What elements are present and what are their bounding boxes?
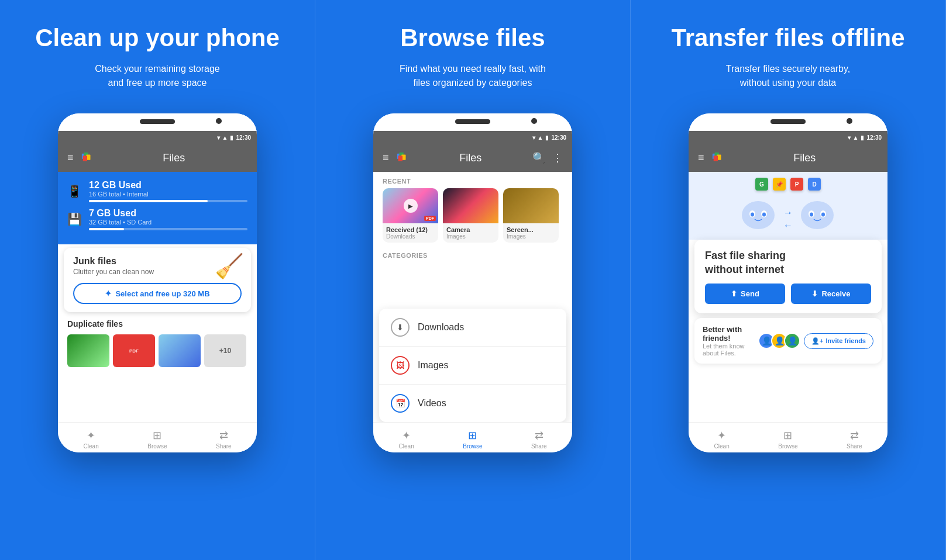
dup-more: +10 (204, 334, 246, 367)
receive-label: Receive (821, 289, 850, 298)
sd-storage-icon: 💾 (67, 212, 82, 226)
panel-clean: Clean up your phone Check your remaining… (0, 0, 315, 560)
panel-2-title: Browse files (400, 23, 545, 53)
receive-button[interactable]: ⬇ Receive (791, 284, 871, 304)
svg-point-12 (742, 201, 775, 229)
phone-3-bezel (689, 113, 887, 131)
clean-nav-icon-2: ✦ (402, 429, 411, 442)
share-nav-label-1: Share (216, 443, 232, 450)
battery-icon: ▮ (230, 134, 233, 141)
panel-3-subtitle: Transfer files securely nearby,without u… (726, 62, 851, 90)
browse-nav-label-1: Browse (147, 443, 167, 450)
battery-icon-3: ▮ (861, 134, 864, 141)
status-icons-2: ▾ ▲ ▮ 12:30 (532, 134, 566, 141)
nav-browse-3[interactable]: ⊞ Browse (755, 426, 821, 450)
share-nav-icon-2: ⇄ (535, 429, 543, 442)
clean-nav-label-2: Clean (399, 443, 414, 450)
transfer-arrows: → ← (783, 208, 793, 231)
panel-browse: Browse files Find what you need really f… (315, 0, 631, 560)
select-free-button[interactable]: ✦ Select and free up 320 MB (73, 283, 242, 304)
transfer-card-title: Fast file sharingwithout internet (705, 249, 871, 276)
duplicate-title: Duplicate files (67, 319, 247, 329)
svg-rect-11 (713, 156, 717, 161)
float-icon-keep: 📌 (773, 178, 786, 191)
duplicate-section: Duplicate files PDF +10 (58, 312, 257, 367)
panel-1-subtitle: Check your remaining storageand free up … (95, 62, 219, 90)
float-icon-docs: D (808, 178, 821, 191)
bottom-nav-2: ✦ Clean ⊞ Browse ⇄ Share (373, 422, 572, 452)
play-button-1: ▶ (404, 199, 418, 213)
browse-nav-label-3: Browse (778, 443, 797, 450)
float-icons: G 📌 P D (689, 178, 887, 191)
hamburger-icon-3[interactable]: ≡ (698, 152, 704, 164)
invite-button[interactable]: 👤+ Invite friends (804, 333, 873, 349)
nav-browse-2[interactable]: ⊞ Browse (439, 426, 505, 450)
ghost-container: → ← (689, 193, 887, 234)
phone-2-camera (531, 118, 537, 124)
phone-3-app-bar: ≡ Files (689, 144, 887, 172)
phone-1-camera (216, 118, 222, 124)
friends-card: Better with friends! Let them know about… (694, 318, 882, 364)
files-logo-3 (711, 151, 724, 164)
nav-share-1[interactable]: ⇄ Share (191, 426, 257, 450)
nav-clean-3[interactable]: ✦ Clean (689, 426, 755, 450)
clean-nav-label-3: Clean (714, 443, 730, 450)
recent-type-1: Downloads (386, 233, 435, 240)
cat-downloads[interactable]: ⬇ Downloads (379, 309, 566, 347)
recent-card-3[interactable]: Screen... Images (503, 188, 559, 243)
nav-clean-2[interactable]: ✦ Clean (373, 426, 439, 450)
videos-icon: 📅 (391, 394, 410, 413)
phone-3-status-bar: ▾ ▲ ▮ 12:30 (689, 131, 887, 144)
share-nav-label-3: Share (847, 443, 862, 450)
phone-1-speaker (140, 119, 175, 124)
recent-type-3: Images (507, 233, 555, 240)
categories-label: CATEGORIES (373, 248, 572, 261)
recent-card-2[interactable]: Camera Images (443, 188, 498, 243)
browse-nav-icon-2: ⊞ (468, 429, 477, 442)
cat-videos[interactable]: 📅 Videos (379, 385, 566, 422)
hamburger-icon-2[interactable]: ≡ (383, 152, 389, 164)
friends-info: Better with friends! Let them know about… (703, 325, 758, 357)
phone-1-status-bar: ▾ ▲ ▮ 12:30 (58, 131, 257, 144)
recent-info-2: Camera Images (443, 223, 498, 243)
float-icon-sheets: G (755, 178, 768, 191)
svg-point-20 (810, 213, 813, 217)
phone-3-camera (847, 118, 852, 124)
files-logo-1 (81, 151, 94, 164)
clean-nav-label-1: Clean (84, 443, 99, 450)
search-icon-2[interactable]: 🔍 (532, 151, 545, 164)
dup-thumb-3 (159, 334, 201, 367)
nav-clean-1[interactable]: ✦ Clean (58, 426, 124, 450)
phone-3: ▾ ▲ ▮ 12:30 ≡ Files G 📌 P D (689, 113, 887, 452)
nav-share-2[interactable]: ⇄ Share (506, 426, 572, 450)
svg-point-15 (751, 213, 754, 217)
bottom-nav-1: ✦ Clean ⊞ Browse ⇄ Share (58, 422, 257, 452)
battery-icon-2: ▮ (545, 134, 549, 141)
ghost-left (739, 199, 778, 231)
storage-item-sd: 💾 7 GB Used 32 GB total • SD Card (67, 208, 247, 230)
recent-card-1[interactable]: ▶ PDF Received (12) Downloads (383, 188, 438, 243)
storage-title-internal: 12 GB Used (89, 180, 247, 191)
clean-nav-icon-1: ✦ (87, 429, 95, 442)
storage-bar-internal (89, 200, 247, 202)
hamburger-icon[interactable]: ≡ (67, 152, 74, 164)
nav-share-3[interactable]: ⇄ Share (821, 426, 887, 450)
nav-browse-1[interactable]: ⊞ Browse (124, 426, 190, 450)
send-button[interactable]: ⬆ Send (705, 284, 785, 304)
images-icon: 🖼 (391, 356, 410, 375)
phone-1-bezel (58, 113, 257, 131)
transfer-illustration-area: G 📌 P D → ← (689, 172, 887, 240)
panel-3-title: Transfer files offline (671, 23, 904, 53)
files-logo-2 (396, 151, 409, 164)
app-bar-icons-2: 🔍 ⋮ (532, 151, 563, 164)
wifi-icon: ▾ (217, 134, 220, 141)
share-nav-label-2: Share (531, 443, 547, 450)
cat-images[interactable]: 🖼 Images (379, 347, 566, 385)
dup-thumb-1 (67, 334, 109, 367)
junk-icon: 🧹 (215, 253, 244, 280)
share-nav-icon-3: ⇄ (850, 429, 859, 442)
phone-2-speaker (455, 119, 490, 124)
storage-sub-sd: 32 GB total • SD Card (89, 219, 247, 226)
phone-1-app-bar: ≡ Files (58, 144, 257, 172)
more-icon-2[interactable]: ⋮ (552, 151, 563, 164)
